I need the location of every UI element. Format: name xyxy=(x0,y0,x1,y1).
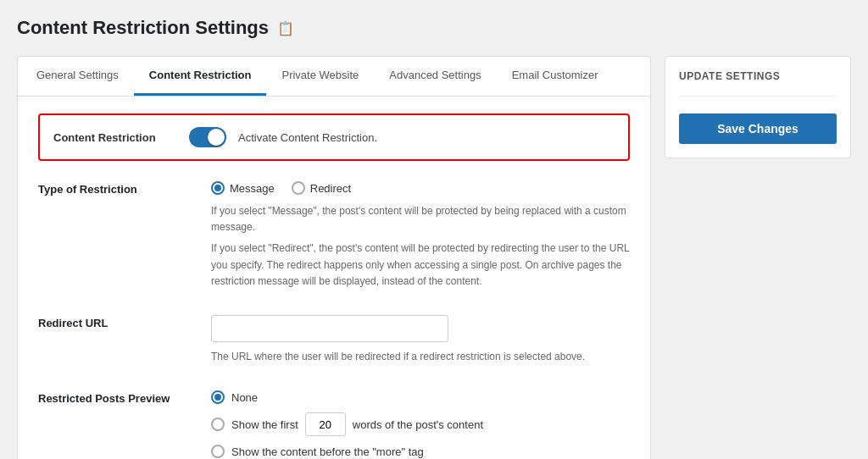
update-settings-label: UPDATE SETTINGS xyxy=(679,70,837,82)
radio-message-label: Message xyxy=(230,182,275,195)
content-restriction-row: Content Restriction Activate Content Res… xyxy=(38,113,630,161)
preview-more-tag-circle xyxy=(211,445,225,458)
preview-options: None Show the first words of the post's … xyxy=(211,390,630,458)
activate-text: Activate Content Restriction. xyxy=(238,131,377,144)
radio-message-circle xyxy=(211,181,225,195)
tabs-nav: General Settings Content Restriction Pri… xyxy=(18,57,650,97)
divider xyxy=(679,96,837,97)
type-of-restriction-row: Type of Restriction Message Redirect xyxy=(38,181,630,295)
content-restriction-toggle[interactable] xyxy=(189,127,226,147)
right-panel: UPDATE SETTINGS Save Changes xyxy=(665,56,851,158)
type-of-restriction-label: Type of Restriction xyxy=(38,181,191,196)
tab-general-settings[interactable]: General Settings xyxy=(21,57,134,96)
preview-words-input[interactable] xyxy=(305,412,346,436)
tab-content-restriction[interactable]: Content Restriction xyxy=(134,57,267,96)
type-of-restriction-content: Message Redirect If you select "Message"… xyxy=(211,181,630,295)
type-description-2: If you select "Redirect", the post's con… xyxy=(211,241,630,290)
main-panel: General Settings Content Restriction Pri… xyxy=(17,56,651,459)
restriction-type-radio-group: Message Redirect xyxy=(211,181,630,195)
preview-more-tag-label: Show the content before the "more" tag xyxy=(231,445,424,458)
redirect-url-input[interactable] xyxy=(211,315,448,342)
restricted-posts-preview-label: Restricted Posts Preview xyxy=(38,390,191,405)
restricted-posts-preview-row: Restricted Posts Preview None Sho xyxy=(38,390,630,459)
restricted-posts-preview-content: None Show the first words of the post's … xyxy=(211,390,630,459)
redirect-url-row: Redirect URL The URL where the user will… xyxy=(38,315,630,370)
toggle-wrapper: Activate Content Restriction. xyxy=(189,127,377,147)
content-area: Content Restriction Activate Content Res… xyxy=(18,97,650,459)
preview-more-tag-option[interactable]: Show the content before the "more" tag xyxy=(211,445,630,458)
redirect-url-label: Redirect URL xyxy=(38,315,191,329)
radio-redirect-option[interactable]: Redirect xyxy=(292,181,351,195)
redirect-url-help: The URL where the user will be redirecte… xyxy=(211,349,630,365)
tab-advanced-settings[interactable]: Advanced Settings xyxy=(374,57,496,96)
preview-words-label-before: Show the first xyxy=(231,418,298,431)
page-title: Content Restriction Settings xyxy=(17,17,269,39)
preview-none-label: None xyxy=(231,391,258,404)
preview-words-label-after: words of the post's content xyxy=(353,418,483,431)
radio-redirect-circle xyxy=(292,181,305,195)
preview-words-circle xyxy=(211,418,225,431)
preview-words-option[interactable]: Show the first words of the post's conte… xyxy=(211,412,630,436)
notification-icon: 📋 xyxy=(277,20,294,36)
redirect-url-content: The URL where the user will be redirecte… xyxy=(211,315,630,370)
tab-private-website[interactable]: Private Website xyxy=(266,57,374,96)
type-description-1: If you select "Message", the post's cont… xyxy=(211,203,630,235)
radio-redirect-label: Redirect xyxy=(310,182,351,195)
radio-message-option[interactable]: Message xyxy=(211,181,275,195)
content-restriction-label: Content Restriction xyxy=(53,131,172,144)
save-changes-button[interactable]: Save Changes xyxy=(679,113,837,144)
tab-email-customizer[interactable]: Email Customizer xyxy=(497,57,614,96)
preview-none-option[interactable]: None xyxy=(211,390,630,404)
preview-none-circle xyxy=(211,390,225,404)
